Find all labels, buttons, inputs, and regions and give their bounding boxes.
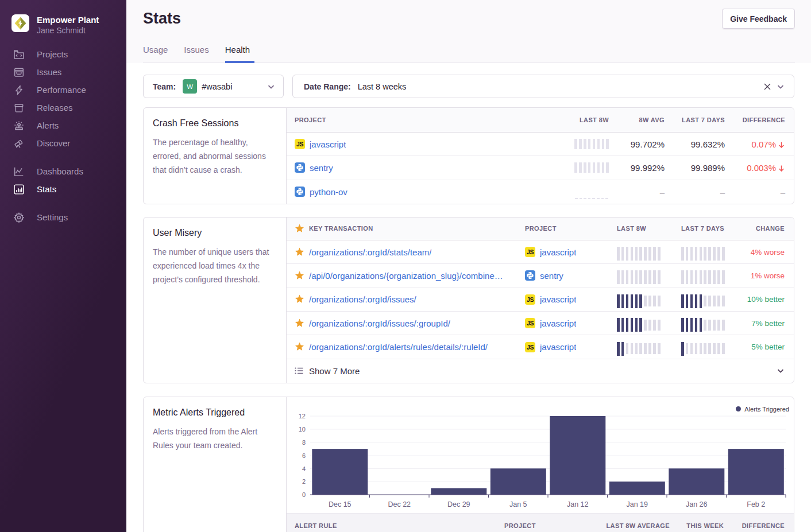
svg-text:0: 0 xyxy=(302,491,306,498)
svg-text:Dec 22: Dec 22 xyxy=(388,500,411,508)
svg-text:6: 6 xyxy=(302,452,306,459)
svg-text:12: 12 xyxy=(299,413,306,420)
svg-text:10: 10 xyxy=(299,426,306,433)
svg-text:Feb 2: Feb 2 xyxy=(747,500,765,508)
svg-text:Dec 15: Dec 15 xyxy=(329,500,352,508)
svg-text:Dec 29: Dec 29 xyxy=(447,500,470,508)
svg-text:Jan 5: Jan 5 xyxy=(509,500,527,508)
svg-text:2: 2 xyxy=(302,478,306,485)
svg-text:Jan 19: Jan 19 xyxy=(626,500,648,508)
svg-text:Jan 26: Jan 26 xyxy=(686,500,708,508)
svg-text:4: 4 xyxy=(302,465,306,472)
svg-text:8: 8 xyxy=(302,439,306,446)
svg-text:Jan 12: Jan 12 xyxy=(567,500,589,508)
